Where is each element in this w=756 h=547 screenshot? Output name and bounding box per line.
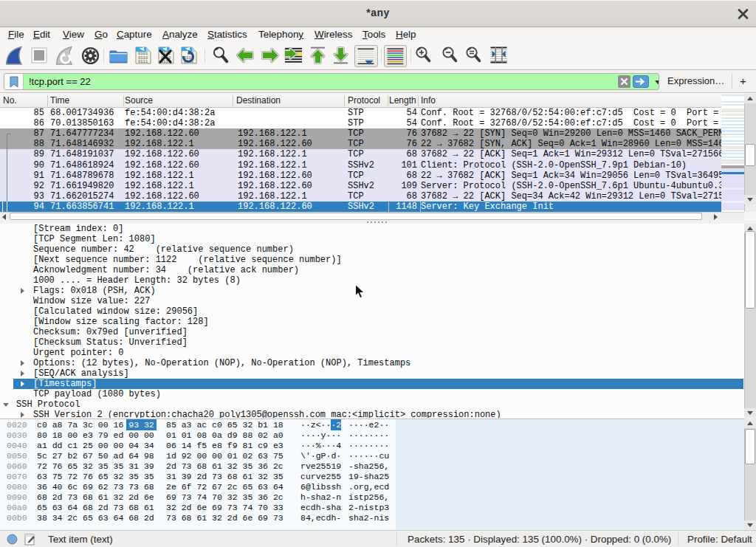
svg-text:0111: 0111 [138,59,148,64]
